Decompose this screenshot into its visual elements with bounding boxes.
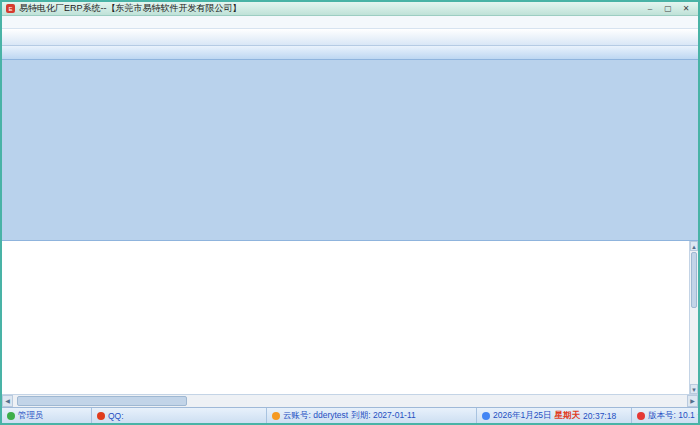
horizontal-scroll-thumb[interactable] — [17, 396, 187, 406]
status-account: 云账号: dderytest 到期: 2027-01-11 — [267, 408, 477, 423]
window-title: 易特电化厂ERP系统--【东莞市易特软件开发有限公司】 — [19, 2, 642, 15]
toolbar — [2, 29, 698, 46]
status-user-label: 管理员 — [18, 410, 44, 422]
version-label: 版本号: 10.1 云用户版 — [648, 410, 698, 422]
scroll-down-icon[interactable]: ▼ — [690, 384, 698, 394]
status-date: 2026年1月25日 — [493, 410, 552, 422]
scroll-up-icon[interactable]: ▲ — [690, 241, 698, 251]
app-icon: E — [6, 4, 15, 13]
menu-bar — [2, 16, 698, 29]
kpi-cards-row — [2, 60, 698, 124]
horizontal-scroll-track[interactable] — [13, 395, 687, 407]
status-bar: 管理员 QQ: 云账号: dderytest 到期: 2027-01-11 20… — [2, 407, 698, 423]
scroll-right-icon[interactable]: ▶ — [687, 395, 698, 407]
account-icon — [272, 412, 280, 420]
status-time: 20:37:18 — [583, 411, 616, 421]
title-bar: E 易特电化厂ERP系统--【东莞市易特软件开发有限公司】 – ▢ ✕ — [2, 2, 698, 16]
expiry-label: 到期: 2027-01-11 — [351, 410, 416, 422]
spacer — [2, 232, 698, 240]
scroll-left-icon[interactable]: ◀ — [2, 395, 13, 407]
clock-icon — [482, 412, 490, 420]
tab-strip — [2, 46, 698, 60]
status-qq-label: QQ: — [108, 411, 124, 421]
user-icon — [7, 412, 15, 420]
qq-icon — [97, 412, 105, 420]
status-weekday: 星期天 — [555, 410, 581, 422]
version-icon — [637, 412, 645, 420]
orders-table: ▲ ▼ — [2, 240, 698, 394]
cloud-account-label: 云账号: dderytest — [283, 410, 348, 422]
dashboard-main: ▲ ▼ ◀ ▶ — [2, 60, 698, 407]
status-version: 版本号: 10.1 云用户版 — [632, 408, 698, 423]
status-datetime: 2026年1月25日 星期天 20:37:18 — [477, 408, 632, 423]
maximize-button[interactable]: ▢ — [660, 3, 676, 14]
status-qq: QQ: — [92, 408, 267, 423]
charts-row — [2, 124, 698, 232]
vertical-scrollbar[interactable]: ▲ ▼ — [689, 241, 698, 394]
minimize-button[interactable]: – — [642, 3, 658, 14]
close-button[interactable]: ✕ — [678, 3, 694, 14]
vertical-scroll-thumb[interactable] — [691, 252, 697, 308]
vertical-scroll-track — [690, 309, 698, 384]
horizontal-scrollbar[interactable]: ◀ ▶ — [2, 394, 698, 407]
status-user: 管理员 — [2, 408, 92, 423]
